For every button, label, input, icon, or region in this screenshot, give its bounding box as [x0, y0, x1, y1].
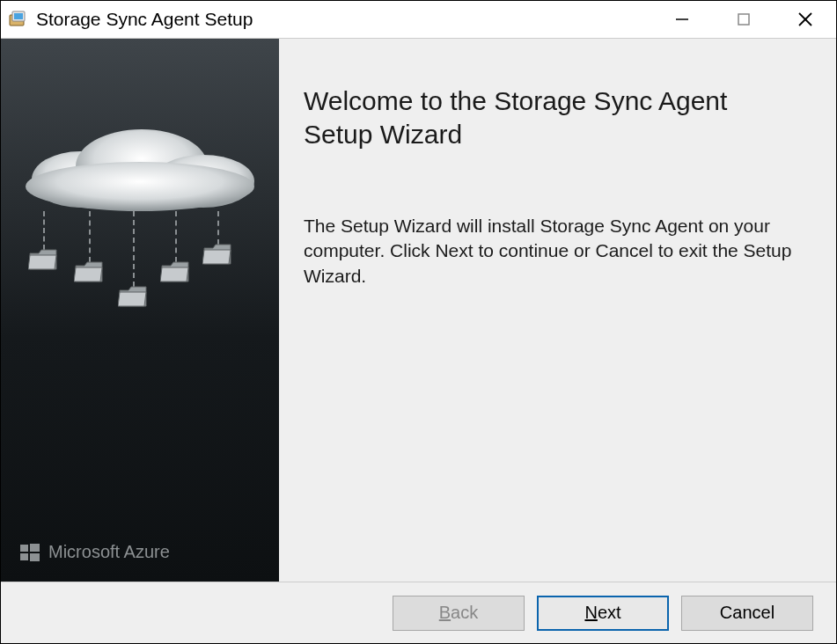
connector-line: [43, 211, 45, 250]
folder-icon: [118, 285, 148, 308]
folder-icon: [160, 260, 190, 283]
connector-line: [89, 211, 91, 262]
wizard-heading: Welcome to the Storage Sync Agent Setup …: [304, 84, 803, 150]
folder-icon: [202, 243, 232, 266]
button-bar: Back Next Cancel: [1, 582, 836, 643]
svg-point-10: [26, 162, 254, 211]
installer-icon: [8, 9, 29, 30]
azure-branding: Microsoft Azure: [20, 542, 170, 562]
titlebar: Storage Sync Agent Setup: [1, 1, 836, 38]
next-button[interactable]: Next: [537, 596, 669, 631]
azure-branding-text: Microsoft Azure: [48, 542, 170, 562]
close-button[interactable]: [775, 1, 836, 38]
folder-icon: [28, 248, 58, 271]
windows-logo-icon: [20, 543, 40, 562]
window-title: Storage Sync Agent Setup: [36, 9, 651, 30]
maximize-button[interactable]: [713, 1, 775, 38]
svg-rect-13: [20, 553, 28, 560]
back-button: Back: [393, 596, 525, 631]
installer-window: Storage Sync Agent Setup: [0, 0, 837, 644]
minimize-button[interactable]: [651, 1, 713, 38]
wizard-description: The Setup Wizard will install Storage Sy…: [304, 214, 803, 289]
cloud-graphic: [18, 118, 261, 215]
content-area: Microsoft Azure Welcome to the Storage S…: [1, 38, 836, 582]
cancel-button[interactable]: Cancel: [681, 596, 813, 631]
svg-rect-14: [30, 553, 40, 561]
banner-image: Microsoft Azure: [1, 39, 279, 582]
folder-icon: [74, 260, 104, 283]
svg-rect-4: [738, 14, 749, 25]
window-controls: [651, 1, 836, 38]
svg-rect-2: [14, 13, 23, 19]
svg-rect-12: [30, 544, 40, 552]
connector-line: [217, 211, 219, 245]
main-panel: Welcome to the Storage Sync Agent Setup …: [279, 39, 836, 582]
connector-line: [133, 211, 135, 287]
svg-rect-11: [20, 545, 28, 552]
connector-line: [175, 211, 177, 262]
